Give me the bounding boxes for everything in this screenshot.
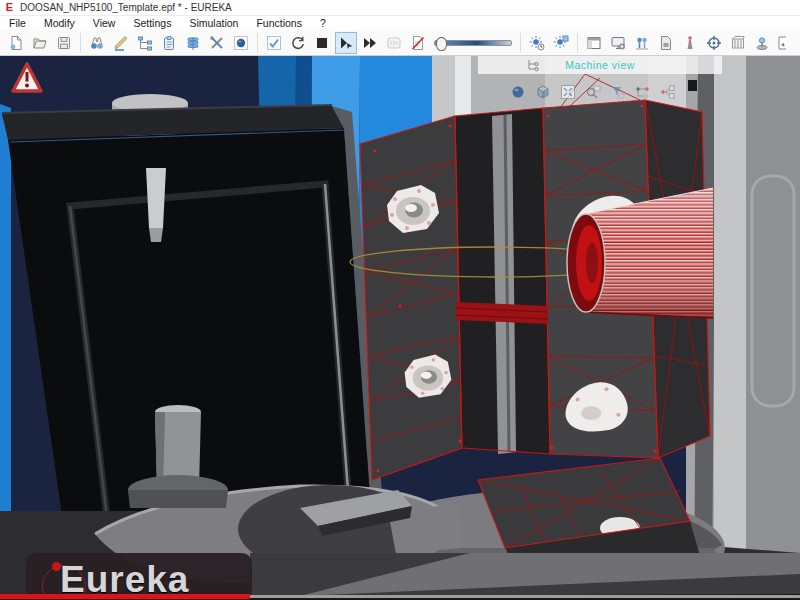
machine-settings-button[interactable] xyxy=(607,32,629,54)
eureka-logo: Eureka xyxy=(26,553,252,600)
main-toolbar xyxy=(0,30,800,56)
edit-button[interactable] xyxy=(110,32,132,54)
stop-button[interactable] xyxy=(311,32,333,54)
menu-settings[interactable]: Settings xyxy=(124,17,180,29)
fit-view-icon[interactable] xyxy=(558,82,578,102)
titlebar: E DOOSAN_NHP5100_Template.epf * - EUREKA xyxy=(0,0,800,16)
isometric-sphere-icon[interactable] xyxy=(508,82,528,102)
fixture-cage-button[interactable] xyxy=(727,32,749,54)
toolbar-separator xyxy=(80,33,81,53)
machine-view-header: Machine view xyxy=(478,56,722,74)
new-document-button[interactable] xyxy=(5,32,27,54)
toolbar-separator xyxy=(257,33,258,53)
error-report-button[interactable] xyxy=(407,32,429,54)
eureka-app-icon: E xyxy=(4,2,15,13)
find-tool-button[interactable] xyxy=(86,32,108,54)
measure-point-icon[interactable] xyxy=(658,82,678,102)
save-button[interactable] xyxy=(53,32,75,54)
clip-view-icon[interactable] xyxy=(608,82,628,102)
clipboard-button[interactable] xyxy=(158,32,180,54)
machine-3d-scene xyxy=(0,56,800,600)
sphere-button[interactable] xyxy=(230,32,252,54)
menu-functions[interactable]: Functions xyxy=(247,17,311,29)
view-label: Machine view xyxy=(478,59,722,71)
document-button[interactable] xyxy=(655,32,677,54)
measure-distance-icon[interactable] xyxy=(633,82,653,102)
menu-file[interactable]: File xyxy=(0,17,35,29)
menubar: File Modify View Settings Simulation Fun… xyxy=(0,16,800,30)
menu-simulation[interactable]: Simulation xyxy=(180,17,247,29)
render-settings-button[interactable] xyxy=(550,32,572,54)
warning-triangle-icon[interactable] xyxy=(10,61,44,95)
play-button[interactable] xyxy=(335,32,357,54)
autocheck-checkbox[interactable] xyxy=(263,32,285,54)
layers-button[interactable] xyxy=(182,32,204,54)
tools-button[interactable] xyxy=(206,32,228,54)
open-button[interactable] xyxy=(29,32,51,54)
view-toolbar xyxy=(508,82,678,102)
probe-button[interactable] xyxy=(679,32,701,54)
tool-manager-button[interactable] xyxy=(631,32,653,54)
hold-button-disabled xyxy=(383,32,405,54)
progress-remaining xyxy=(250,595,800,598)
toolbar-separator xyxy=(520,33,521,53)
cube-view-icon[interactable] xyxy=(533,82,553,102)
export-button-clipped[interactable] xyxy=(775,32,787,54)
jog-control-button[interactable] xyxy=(751,32,773,54)
control-panel-button[interactable] xyxy=(583,32,605,54)
floor-front-shadow xyxy=(250,553,800,600)
fast-forward-button[interactable] xyxy=(359,32,381,54)
zoom-window-icon[interactable] xyxy=(583,82,603,102)
eureka-app-window: E DOOSAN_NHP5100_Template.epf * - EUREKA… xyxy=(0,0,800,600)
speed-slider[interactable] xyxy=(434,34,512,52)
simulation-settings-button[interactable] xyxy=(526,32,548,54)
menu-view[interactable]: View xyxy=(84,17,125,29)
tree-view-button[interactable] xyxy=(134,32,156,54)
reset-button[interactable] xyxy=(287,32,309,54)
slider-knob[interactable] xyxy=(436,37,447,51)
window-title: DOOSAN_NHP5100_Template.epf * - EUREKA xyxy=(20,2,232,13)
origin-target-button[interactable] xyxy=(703,32,725,54)
menu-help[interactable]: ? xyxy=(311,17,335,29)
machine-viewport[interactable]: Machine view Eureka xyxy=(0,56,800,600)
menu-modify[interactable]: Modify xyxy=(35,17,84,29)
toolbar-separator xyxy=(577,33,578,53)
